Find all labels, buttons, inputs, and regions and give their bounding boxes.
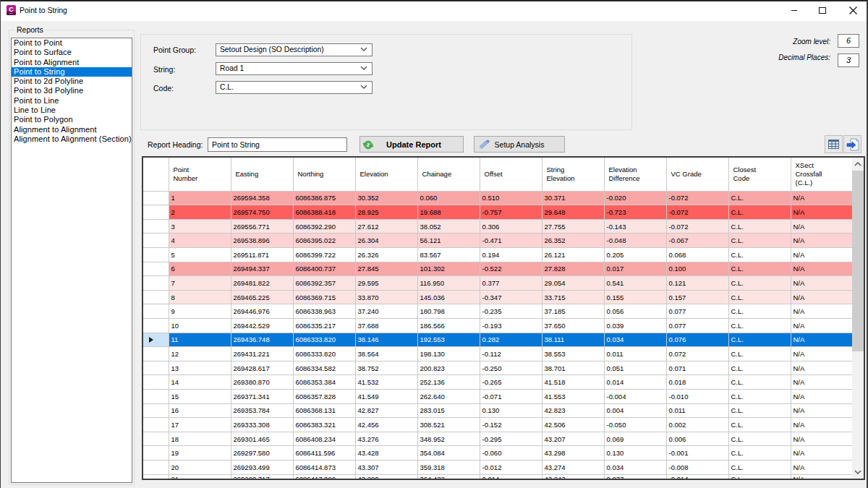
svg-text:C: C: [9, 6, 14, 13]
